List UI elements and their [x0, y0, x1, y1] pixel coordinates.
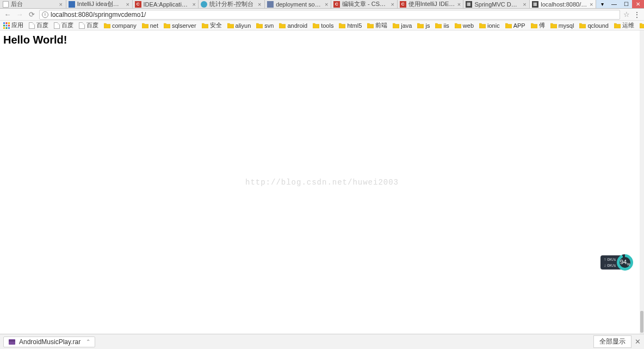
page-icon	[29, 22, 35, 29]
window-extra-button[interactable]: ▾	[596, 0, 608, 8]
scrollbar-thumb[interactable]	[640, 311, 643, 333]
tab-close-icon[interactable]: ×	[325, 1, 329, 8]
apps-shortcut[interactable]: 应用	[3, 21, 23, 29]
grid-favicon-icon	[267, 1, 274, 8]
browser-navbar: ← → ⟳ i ☆ ⋮	[0, 9, 644, 21]
svg-rect-5	[8, 25, 10, 26]
browser-tab[interactable]: C编辑文章 - CSDN博客×	[331, 0, 398, 8]
bookmark-item[interactable]: 百度	[29, 21, 48, 29]
browser-tab[interactable]: 统计分析-控制台×	[199, 0, 265, 8]
chevron-up-icon[interactable]: ⌃	[86, 339, 90, 345]
window-close-button[interactable]: ✕	[632, 0, 644, 8]
bookmark-star-icon[interactable]: ☆	[623, 10, 630, 19]
tab-close-icon[interactable]: ×	[590, 1, 593, 8]
dark-favicon-icon: ▦	[466, 1, 472, 8]
bookmark-label: java	[401, 22, 412, 29]
browser-tab[interactable]: ▦SpringMVC Demo×	[463, 0, 530, 8]
folder-icon	[279, 23, 286, 28]
tab-close-icon[interactable]: ×	[457, 1, 461, 8]
browser-tab[interactable]: CIDEA:Application Serv…×	[133, 0, 199, 8]
tab-close-icon[interactable]: ×	[192, 1, 196, 8]
bookmarks-bar: 应用 百度百度百度companynetsqlserver安全aliyunsvna…	[0, 21, 644, 30]
c-favicon-icon: C	[400, 1, 406, 8]
bookmark-item[interactable]: mysql	[550, 22, 574, 29]
apps-icon	[3, 22, 10, 29]
bookmark-label: APP	[513, 22, 525, 29]
bookmark-item[interactable]: net	[142, 22, 158, 29]
bookmark-item[interactable]: tools	[313, 22, 333, 29]
bookmark-item[interactable]: js	[417, 22, 430, 29]
bookmark-item[interactable]: svn	[256, 22, 274, 29]
bookmark-label: iis	[443, 22, 449, 29]
browser-tab[interactable]: ▦localhost:8080/spring…×	[530, 0, 596, 8]
bookmark-item[interactable]: qclound	[579, 22, 609, 29]
vertical-scrollbar[interactable]	[640, 30, 644, 334]
bookmark-item[interactable]: 运维	[614, 21, 634, 29]
show-all-downloads-button[interactable]: 全部显示	[593, 335, 631, 348]
window-maximize-button[interactable]: ☐	[620, 0, 632, 8]
tab-title: deployment source 'a…	[276, 1, 322, 8]
bookmark-item[interactable]: 傅	[531, 21, 545, 29]
forward-button[interactable]: →	[15, 10, 24, 19]
page-heading: Hello World!	[3, 34, 641, 46]
system-monitor-widget[interactable]: ↑ 0K/s ↓ 0K/s 94%	[600, 255, 642, 270]
reload-button[interactable]: ⟳	[27, 10, 36, 19]
bookmark-item[interactable]: android	[279, 22, 307, 29]
svg-rect-4	[6, 25, 8, 26]
bookmark-label: qclound	[587, 22, 609, 29]
bookmark-label: android	[287, 22, 307, 29]
tab-close-icon[interactable]: ×	[257, 1, 262, 8]
site-info-icon[interactable]: i	[42, 11, 48, 18]
bookmark-item[interactable]: APP	[505, 22, 525, 29]
bookmark-item[interactable]: iis	[435, 22, 449, 29]
bookmark-item[interactable]: 安全	[202, 21, 222, 29]
folder-icon	[202, 23, 208, 28]
download-item[interactable]: AndroidMusicPlay.rar ⌃	[3, 336, 95, 347]
bookmark-item[interactable]: java	[393, 22, 412, 29]
browser-tab[interactable]: IntelliJ idea创建Spring×	[66, 0, 133, 8]
bookmark-item[interactable]: sqlserver	[164, 22, 196, 29]
svg-rect-0	[3, 22, 5, 24]
download-speed: 0K/s	[607, 263, 616, 268]
tab-title: IDEA:Application Serv…	[144, 1, 190, 8]
svg-rect-7	[6, 27, 8, 29]
folder-icon	[104, 23, 110, 28]
folder-icon	[579, 23, 586, 28]
folder-icon	[505, 23, 512, 28]
tab-title: 后台	[11, 0, 56, 8]
tab-close-icon[interactable]: ×	[126, 1, 130, 8]
browser-tab[interactable]: deployment source 'a…×	[265, 0, 331, 8]
browser-tab[interactable]: 后台×	[0, 0, 66, 8]
folder-icon	[550, 23, 557, 28]
url-input[interactable]	[51, 11, 617, 19]
bookmark-item[interactable]: aliyun	[227, 22, 251, 29]
bookmark-item[interactable]: 百度	[79, 21, 98, 29]
bookmark-item[interactable]: 百度	[54, 21, 73, 29]
close-downloads-bar-icon[interactable]: ✕	[635, 338, 641, 346]
window-minimize-button[interactable]: —	[608, 0, 620, 8]
folder-icon	[531, 23, 537, 28]
folder-icon	[393, 23, 399, 28]
bookmark-label: 安全	[210, 21, 222, 29]
back-button[interactable]: ←	[3, 10, 12, 19]
bookmark-item[interactable]: ionic	[479, 22, 500, 29]
blue-favicon-icon	[69, 1, 75, 8]
address-bar[interactable]: i	[39, 10, 620, 20]
bookmark-item[interactable]: 前端	[367, 21, 387, 29]
bookmark-item[interactable]: company	[104, 22, 137, 29]
folder-icon	[435, 23, 442, 28]
bookmark-label: 前端	[375, 21, 387, 29]
bookmark-item[interactable]: html5	[339, 22, 362, 29]
tab-close-icon[interactable]: ×	[58, 1, 64, 8]
c-favicon-icon: C	[333, 1, 340, 8]
tab-close-icon[interactable]: ×	[522, 1, 527, 8]
bookmark-item[interactable]: PostgreSQL	[640, 22, 644, 29]
browser-tab[interactable]: C使用IntelliJ IDEA开发S…×	[398, 0, 464, 8]
bookmark-label: net	[150, 22, 158, 29]
bookmark-label: web	[463, 22, 474, 29]
downloads-bar: AndroidMusicPlay.rar ⌃ 全部显示 ✕	[0, 334, 644, 349]
browser-menu-icon[interactable]: ⋮	[633, 10, 641, 19]
bookmark-item[interactable]: web	[455, 22, 474, 29]
tab-close-icon[interactable]: ×	[391, 1, 395, 8]
tab-title: 编辑文章 - CSDN博客	[342, 0, 388, 8]
